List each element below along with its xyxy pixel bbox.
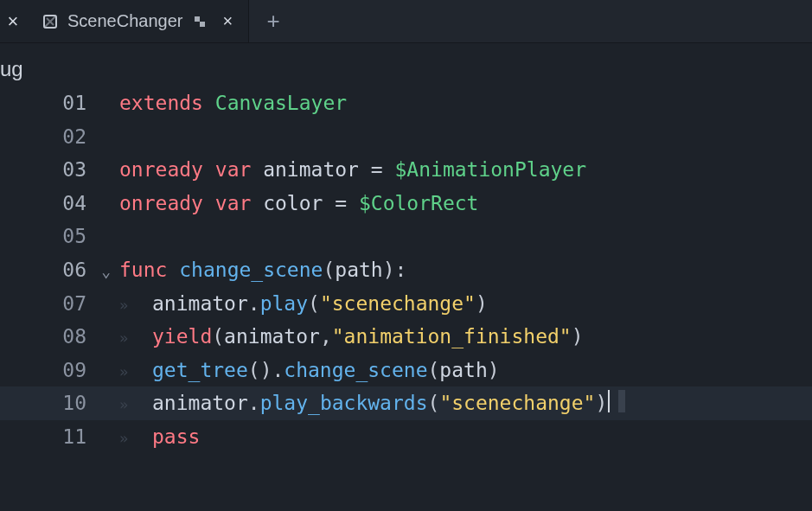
code-content[interactable]: » animator.play_backwards("scenechange") [93, 386, 625, 422]
token: animator [263, 158, 371, 181]
line-number[interactable]: 05 [0, 220, 93, 253]
token: $AnimationPlayer [395, 158, 587, 181]
code-line[interactable]: 01extends CanvasLayer [0, 86, 812, 120]
line-number[interactable]: 04 [0, 187, 93, 220]
token: onready [119, 158, 215, 181]
line-number[interactable]: 03 [0, 153, 93, 187]
code-content[interactable]: » yield(animator,"animation_finished") [93, 320, 584, 355]
token: path [439, 359, 487, 381]
code-content[interactable]: » pass [93, 420, 200, 456]
code-line[interactable]: 03onready var animator = $AnimationPlaye… [0, 153, 812, 187]
token: (). [248, 359, 285, 381]
plus-icon: + [267, 8, 280, 35]
line-number[interactable]: 08 [0, 320, 93, 354]
code-line[interactable]: 05 [0, 220, 812, 253]
indent-guide-icon: » [119, 422, 152, 456]
code-line[interactable]: 02 [0, 120, 812, 154]
line-number[interactable]: 06⌄ [0, 253, 93, 287]
line-number[interactable]: 10 [0, 386, 93, 420]
token: ) [572, 325, 584, 348]
code-line[interactable]: 07» animator.play("scenechange") [0, 287, 812, 321]
token: ( [308, 292, 320, 315]
gdscript-icon [191, 13, 208, 30]
token: ( [212, 325, 224, 348]
indent-guide-icon: » [119, 289, 152, 323]
code-line[interactable]: 10» animator.play_backwards("scenechange… [0, 386, 812, 420]
code-content[interactable]: » animator.play("scenechange") [93, 287, 488, 323]
token: change_scene [179, 259, 323, 281]
indent-guide-icon: » [119, 355, 152, 389]
token: get_tree [152, 359, 248, 381]
token: pass [152, 425, 200, 448]
token: "scenechange" [320, 292, 476, 315]
code-line[interactable]: 11» pass [0, 420, 812, 454]
token: ( [428, 392, 440, 414]
token: ( [428, 359, 440, 381]
code-line[interactable]: 08» yield(animator,"animation_finished") [0, 320, 812, 354]
line-number[interactable]: 11 [0, 420, 93, 454]
token: "scenechange" [439, 392, 595, 414]
token: play [260, 292, 308, 315]
indent-guide-icon: » [119, 322, 152, 355]
code-content[interactable]: onready var animator = $AnimationPlayer [93, 153, 586, 187]
token: animator [224, 325, 320, 348]
code-line[interactable]: 04onready var color = $ColorRect [0, 187, 812, 220]
tab-bar: × SceneChanger × + [0, 0, 812, 43]
line-number[interactable]: 09 [0, 354, 93, 387]
token: onready [119, 192, 215, 214]
token: $ColorRect [359, 192, 478, 214]
prev-tab-close-button[interactable]: × [0, 0, 26, 42]
token: change_scene [284, 359, 427, 381]
token: extends [119, 92, 215, 114]
line-number[interactable]: 01 [0, 86, 93, 120]
truncated-panel-label: ug [0, 54, 29, 85]
selection-hint [618, 390, 625, 412]
token: ) [488, 359, 500, 381]
token: color [263, 192, 335, 214]
line-number[interactable]: 07 [0, 287, 93, 321]
token: , [320, 325, 332, 348]
indent-guide-icon: » [119, 388, 152, 422]
code-content[interactable]: » get_tree().change_scene(path) [93, 354, 500, 389]
token: var [215, 158, 263, 181]
token: ) [476, 292, 488, 315]
token: = [371, 158, 395, 181]
close-icon: × [8, 10, 19, 33]
token: path [335, 259, 382, 281]
fold-toggle-icon[interactable]: ⌄ [101, 255, 111, 289]
text-caret [608, 390, 610, 412]
script-icon [42, 13, 59, 30]
code-content[interactable]: extends CanvasLayer [93, 86, 347, 120]
tab-scenechanger[interactable]: SceneChanger × [26, 0, 249, 42]
code-content[interactable]: func change_scene(path): [93, 253, 406, 287]
code-editor[interactable]: 01extends CanvasLayer0203onready var ani… [0, 86, 812, 511]
token: func [119, 259, 179, 281]
token: play_backwards [260, 392, 428, 414]
token: . [248, 292, 260, 315]
code-content[interactable]: onready var color = $ColorRect [93, 187, 478, 220]
code-line[interactable]: 06⌄func change_scene(path): [0, 253, 812, 287]
tab-close-button[interactable]: × [222, 11, 233, 31]
token: yield [152, 325, 212, 348]
token: ) [595, 392, 607, 414]
token: "animation_finished" [332, 325, 572, 348]
new-tab-button[interactable]: + [249, 0, 297, 42]
token: var [215, 192, 263, 214]
tab-title: SceneChanger [67, 11, 182, 31]
token: animator [152, 292, 248, 315]
token: ): [383, 259, 407, 281]
token: CanvasLayer [215, 92, 347, 114]
token: ( [323, 259, 335, 281]
token: animator [152, 392, 248, 414]
line-number[interactable]: 02 [0, 120, 93, 154]
token: = [335, 192, 359, 214]
code-line[interactable]: 09» get_tree().change_scene(path) [0, 354, 812, 387]
token: . [248, 392, 260, 414]
